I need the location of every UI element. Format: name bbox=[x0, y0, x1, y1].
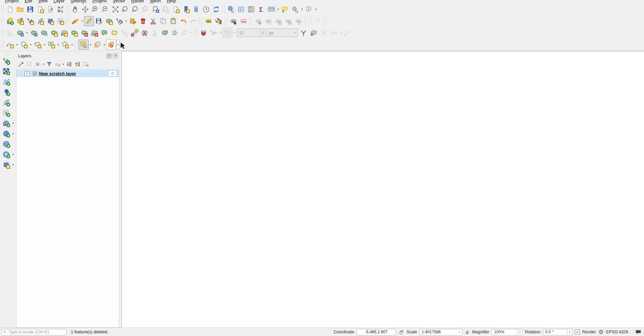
crs-globe-icon[interactable] bbox=[598, 329, 604, 335]
show-layout-manager-icon[interactable] bbox=[45, 4, 55, 14]
deselect-features-from-all-layers-dropdown[interactable]: ▾ bbox=[116, 40, 120, 49]
toolbar-drag-handle[interactable] bbox=[324, 17, 326, 25]
circular-string-by-radius-dropdown[interactable]: ▾ bbox=[15, 40, 19, 50]
toolbar-drag-handle[interactable] bbox=[1, 17, 4, 25]
add-group-icon[interactable] bbox=[25, 60, 34, 68]
add-mesh-layer-icon[interactable] bbox=[1, 76, 12, 87]
toolbar-drag-handle[interactable] bbox=[304, 17, 307, 25]
run-feature-action-dropdown[interactable]: ▾ bbox=[300, 4, 304, 14]
layer-labeling-options-icon[interactable]: abc bbox=[203, 16, 213, 26]
new-spatialite-layer-icon[interactable] bbox=[35, 16, 45, 26]
enable-snapping-icon[interactable] bbox=[198, 28, 209, 38]
delete-selected-icon[interactable] bbox=[138, 16, 148, 26]
circular-string-by-radius-icon[interactable] bbox=[5, 40, 15, 50]
layer-diagram-options-icon[interactable] bbox=[213, 16, 223, 26]
refresh-map-icon[interactable] bbox=[211, 4, 221, 14]
add-regular-polygon-icon[interactable] bbox=[60, 40, 70, 50]
menu-vector[interactable]: Vector bbox=[110, 0, 128, 3]
map-canvas[interactable] bbox=[122, 51, 644, 328]
zoom-last-icon[interactable] bbox=[151, 4, 161, 14]
add-postgis-layer-dropdown[interactable]: ▾ bbox=[12, 118, 15, 128]
layer-tree[interactable]: ✓ New scratch layer bbox=[16, 69, 119, 328]
add-wfs-layer-dropdown[interactable]: ▾ bbox=[12, 150, 15, 160]
text-annotation-icon[interactable]: T bbox=[304, 4, 314, 14]
toolbar-drag-handle[interactable] bbox=[309, 17, 312, 25]
float-panel-icon[interactable] bbox=[106, 53, 111, 58]
menu-mesh[interactable]: Mesh bbox=[147, 0, 164, 3]
trim-extend-feature-icon[interactable] bbox=[130, 28, 140, 38]
vertex-tool-icon[interactable] bbox=[114, 16, 124, 26]
select-features-by-value-dropdown[interactable]: ▾ bbox=[102, 40, 106, 50]
snapping-type-dropdown[interactable]: ▾ bbox=[232, 28, 236, 38]
add-virtual-layer-icon[interactable] bbox=[1, 108, 12, 118]
add-spatialite-layer-icon[interactable] bbox=[1, 97, 12, 108]
undo-icon[interactable] bbox=[178, 16, 188, 26]
toolbar-drag-handle[interactable] bbox=[1, 29, 4, 37]
zoom-to-layer-icon[interactable] bbox=[131, 4, 141, 14]
zoom-in-icon[interactable] bbox=[90, 4, 100, 14]
add-circle-icon[interactable] bbox=[19, 40, 29, 50]
rotation-spinbox[interactable]: 0.0 ° ▲▼ bbox=[543, 329, 572, 335]
toolbar-drag-handle[interactable] bbox=[249, 17, 252, 25]
style-manager-icon[interactable]: a bbox=[55, 4, 65, 14]
new-temporary-scratch-layer-icon[interactable] bbox=[45, 16, 55, 26]
toolbar-drag-handle[interactable] bbox=[75, 41, 78, 49]
menu-layer[interactable]: Layer bbox=[51, 0, 68, 3]
render-checkbox[interactable]: ✓ bbox=[575, 330, 580, 335]
select-features-by-rectangle-dropdown[interactable]: ▾ bbox=[89, 40, 92, 50]
new-shapefile-layer-icon[interactable] bbox=[25, 16, 35, 26]
temporal-controller-icon[interactable] bbox=[201, 4, 211, 14]
rotate-feature-icon[interactable] bbox=[29, 28, 39, 38]
highlight-pinned-labels-icon[interactable]: abc bbox=[238, 16, 248, 26]
reshape-features-icon[interactable] bbox=[99, 28, 109, 38]
toolbar-drag-handle[interactable] bbox=[199, 17, 202, 25]
statistical-summary-icon[interactable]: Σ bbox=[256, 4, 266, 14]
save-layer-edits-icon[interactable] bbox=[94, 16, 104, 26]
move-feature-icon[interactable] bbox=[15, 28, 25, 38]
magnifier-spinbox[interactable]: 100% ▲▼ bbox=[492, 329, 522, 335]
manage-map-themes-icon[interactable] bbox=[34, 60, 42, 68]
add-ellipse-icon[interactable] bbox=[33, 40, 43, 50]
menu-edit[interactable]: Edit bbox=[21, 0, 35, 3]
merge-attributes-of-selected-icon[interactable] bbox=[170, 28, 180, 38]
pin-unpin-labels-icon[interactable]: ab bbox=[228, 16, 238, 26]
delete-part-icon[interactable] bbox=[89, 28, 99, 38]
merge-selected-features-icon[interactable] bbox=[160, 28, 170, 38]
current-edits-dropdown[interactable]: ▾ bbox=[80, 16, 84, 26]
layer-item-new-scratch-layer[interactable]: ✓ New scratch layer bbox=[16, 70, 119, 77]
manage-map-themes-dropdown[interactable]: ▾ bbox=[42, 60, 45, 68]
chevron-down-icon[interactable]: ▾ bbox=[292, 29, 297, 37]
paste-features-icon[interactable] bbox=[168, 16, 178, 26]
toolbar-drag-handle[interactable] bbox=[66, 5, 69, 13]
filter-legend-icon[interactable] bbox=[45, 60, 53, 68]
toolbar-drag-handle[interactable] bbox=[4, 52, 11, 55]
delete-ring-icon[interactable] bbox=[79, 28, 89, 38]
spinner-arrows-icon[interactable]: ▲▼ bbox=[260, 29, 265, 37]
new-geopackage-layer-icon[interactable] bbox=[15, 16, 25, 26]
zoom-out-icon[interactable] bbox=[100, 4, 110, 14]
remove-layer-group-icon[interactable] bbox=[82, 60, 90, 68]
add-delimited-text-layer-icon[interactable] bbox=[1, 87, 12, 97]
crs-value[interactable]: EPSG:4326 bbox=[606, 330, 628, 334]
show-spatial-bookmarks-icon[interactable] bbox=[191, 4, 201, 14]
expand-all-icon[interactable] bbox=[65, 60, 73, 68]
toolbar-drag-handle[interactable] bbox=[224, 17, 227, 25]
add-wfs-layer-icon[interactable] bbox=[1, 149, 12, 160]
memory-layer-indicator-icon[interactable] bbox=[108, 70, 117, 76]
add-circle-dropdown[interactable]: ▾ bbox=[29, 40, 33, 50]
toggle-editing-icon[interactable] bbox=[84, 16, 94, 26]
select-features-by-rectangle-icon[interactable] bbox=[79, 40, 89, 50]
coordinate-field[interactable] bbox=[357, 329, 396, 335]
locator-search[interactable] bbox=[1, 329, 66, 335]
menu-raster[interactable]: Raster bbox=[128, 0, 147, 3]
add-postgis-layer-icon[interactable] bbox=[1, 118, 12, 128]
chevron-down-icon[interactable]: ▾ bbox=[457, 329, 462, 335]
add-wms-wmts-layer-dropdown[interactable]: ▾ bbox=[12, 129, 15, 139]
menu-plugins[interactable]: Plugins bbox=[89, 0, 110, 3]
add-raster-layer-icon[interactable] bbox=[1, 66, 12, 76]
select-features-by-value-icon[interactable] bbox=[92, 40, 102, 50]
layer-name[interactable]: New scratch layer bbox=[39, 71, 108, 76]
new-temporary-scratch-layer-icon[interactable] bbox=[1, 160, 12, 170]
run-feature-action-icon[interactable] bbox=[290, 4, 300, 14]
add-wms-wmts-layer-icon[interactable] bbox=[1, 128, 12, 139]
